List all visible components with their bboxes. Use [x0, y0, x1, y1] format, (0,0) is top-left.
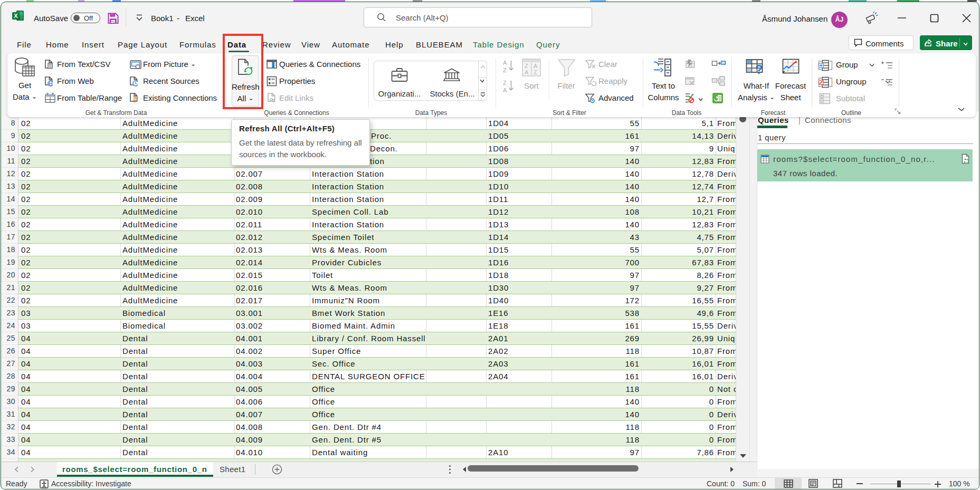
svg-text:Z: Z: [503, 80, 507, 86]
svg-text:A: A: [525, 69, 529, 75]
svg-text:Z: Z: [525, 63, 528, 69]
svg-text:A: A: [503, 87, 507, 93]
svg-text:?: ?: [755, 62, 763, 74]
svg-text:Z: Z: [503, 67, 507, 73]
svg-text:A: A: [534, 63, 538, 69]
svg-text:X: X: [14, 13, 18, 19]
svg-text:A: A: [503, 60, 507, 66]
svg-text:Z: Z: [534, 69, 537, 75]
